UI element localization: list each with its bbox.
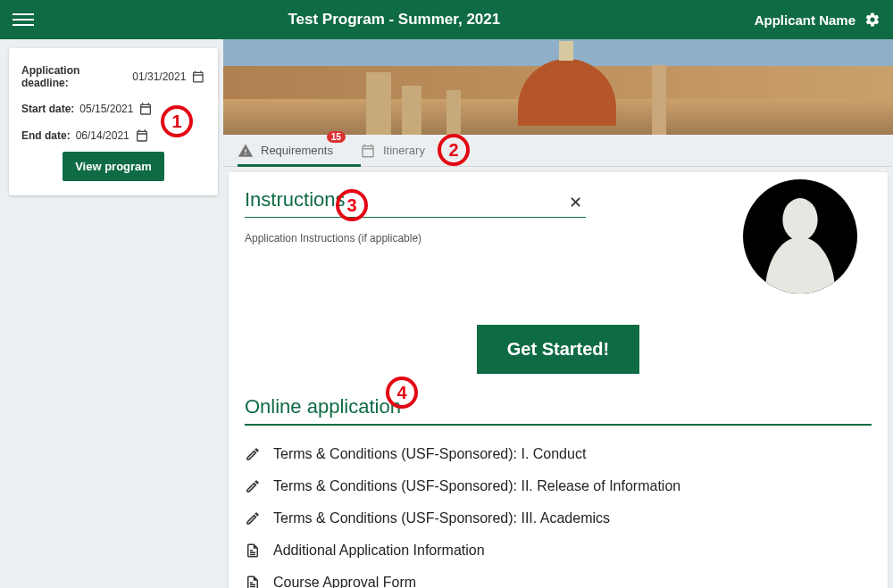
- requirement-label: Course Approval Form: [273, 575, 416, 588]
- requirement-label: Additional Application Information: [273, 542, 485, 559]
- start-date-value: 05/15/2021: [79, 103, 133, 115]
- deadline-label: Application deadline:: [21, 64, 127, 89]
- sidebar: Application deadline: 01/31/2021 Start d…: [0, 39, 223, 195]
- form-icon: [245, 575, 261, 588]
- requirement-label: Terms & Conditions (USF-Sponsored): III.…: [273, 510, 610, 526]
- end-date-value: 06/14/2021: [76, 129, 129, 142]
- requirement-label: Terms & Conditions (USF-Sponsored): II. …: [273, 478, 680, 494]
- app-header: Test Program - Summer, 2021 Applicant Na…: [0, 0, 893, 39]
- menu-icon[interactable]: [13, 9, 34, 30]
- form-icon: [245, 542, 261, 559]
- page-title: Test Program - Summer, 2021: [34, 11, 755, 29]
- tab-requirements-label: Requirements: [261, 144, 333, 157]
- tab-requirements[interactable]: Requirements 15: [238, 135, 333, 166]
- signature-icon: [245, 478, 261, 494]
- tab-itinerary[interactable]: Itinerary: [360, 135, 425, 166]
- requirements-list: Terms & Conditions (USF-Sponsored): I. C…: [245, 438, 872, 588]
- requirements-badge: 15: [327, 131, 346, 143]
- calendar-icon: [135, 128, 149, 143]
- svg-point-0: [782, 198, 817, 241]
- user-name[interactable]: Applicant Name: [755, 12, 855, 28]
- start-date-row: Start date: 05/15/2021: [21, 102, 205, 116]
- requirement-item[interactable]: Terms & Conditions (USF-Sponsored): III.…: [245, 502, 872, 534]
- requirement-item[interactable]: Additional Application Information: [245, 534, 872, 567]
- hero-image: [223, 39, 893, 135]
- deadline-row: Application deadline: 01/31/2021: [21, 64, 205, 89]
- program-dates-card: Application deadline: 01/31/2021 Start d…: [9, 48, 218, 195]
- online-application-title: Online application: [245, 395, 872, 426]
- program-avatar: [743, 179, 857, 294]
- requirement-item[interactable]: Terms & Conditions (USF-Sponsored): II. …: [245, 470, 872, 502]
- get-started-button[interactable]: Get Started!: [477, 325, 639, 374]
- start-date-label: Start date:: [21, 103, 74, 115]
- signature-icon: [245, 510, 261, 526]
- calendar-icon: [360, 143, 376, 159]
- signature-icon: [245, 446, 261, 462]
- instructions-header: Instructions ✕: [245, 188, 586, 218]
- main-content: Requirements 15 Itinerary Instructions ✕…: [223, 39, 893, 588]
- tab-itinerary-label: Itinerary: [383, 144, 425, 157]
- header-user-area: Applicant Name: [755, 12, 880, 28]
- end-date-label: End date:: [21, 129, 71, 142]
- requirement-item[interactable]: Terms & Conditions (USF-Sponsored): I. C…: [245, 438, 872, 470]
- gear-icon[interactable]: [864, 12, 880, 28]
- end-date-row: End date: 06/14/2021: [21, 128, 205, 143]
- view-program-button[interactable]: View program: [63, 152, 164, 181]
- calendar-icon: [191, 70, 205, 84]
- close-icon[interactable]: ✕: [569, 193, 586, 212]
- tabs-bar: Requirements 15 Itinerary: [223, 135, 893, 167]
- deadline-value: 01/31/2021: [132, 70, 186, 83]
- content-card: Instructions ✕ Application Instructions …: [229, 172, 888, 588]
- requirement-label: Terms & Conditions (USF-Sponsored): I. C…: [273, 446, 586, 462]
- calendar-icon: [138, 102, 153, 116]
- warning-icon: [238, 143, 254, 159]
- requirement-item[interactable]: Course Approval Form: [245, 567, 872, 588]
- instructions-title: Instructions: [245, 188, 346, 217]
